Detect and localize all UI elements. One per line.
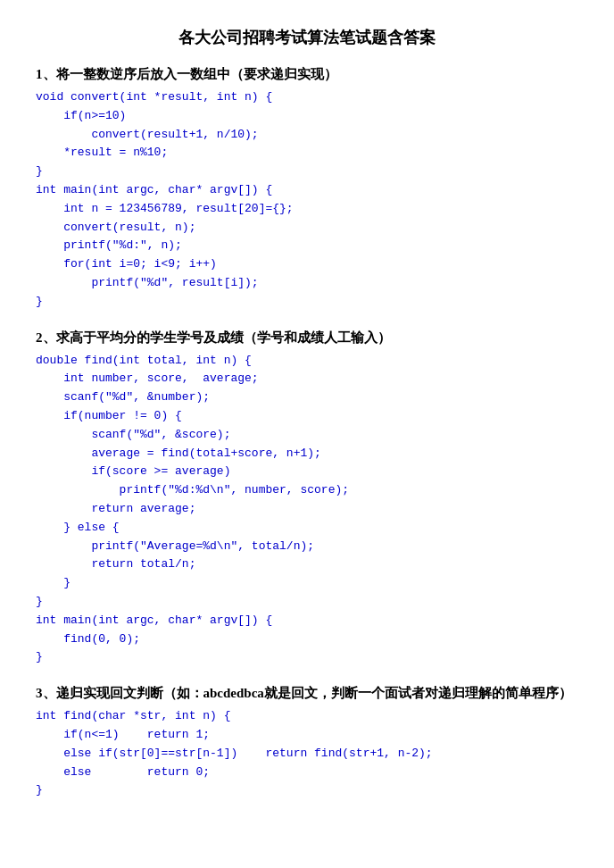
section-1-title: 1、将一整数逆序后放入一数组中（要求递归实现） xyxy=(36,66,578,83)
section-3-code: int find(char *str, int n) { if(n<=1) re… xyxy=(36,707,578,800)
section-2-title: 2、求高于平均分的学生学号及成绩（学号和成绩人工输入） xyxy=(36,330,578,346)
section-1: 1、将一整数逆序后放入一数组中（要求递归实现） void convert(int… xyxy=(36,66,578,312)
section-2-code: double find(int total, int n) { int numb… xyxy=(36,352,578,668)
section-2: 2、求高于平均分的学生学号及成绩（学号和成绩人工输入） double find(… xyxy=(36,330,578,668)
page-title: 各大公司招聘考试算法笔试题含答案 xyxy=(36,27,578,48)
section-3: 3、递归实现回文判断（如：abcdedbca就是回文，判断一个面试者对递归理解的… xyxy=(36,685,578,800)
section-1-code: void convert(int *result, int n) { if(n>… xyxy=(36,88,578,312)
section-3-title: 3、递归实现回文判断（如：abcdedbca就是回文，判断一个面试者对递归理解的… xyxy=(36,685,578,702)
